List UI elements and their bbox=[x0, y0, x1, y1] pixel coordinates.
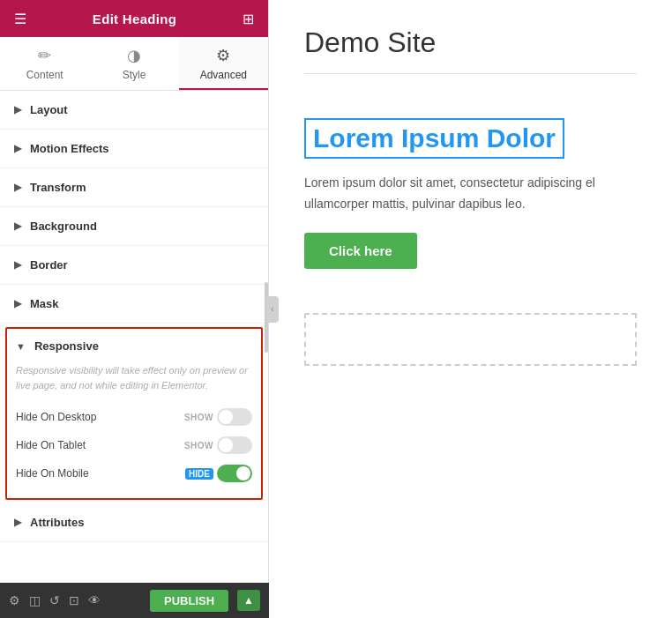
tablet-show-label: SHOW bbox=[184, 441, 213, 450]
hide-mobile-label: Hide On Mobile bbox=[16, 467, 89, 480]
tab-advanced[interactable]: ⚙ Advanced bbox=[179, 37, 268, 90]
preview-area: Demo Site Lorem Ipsum Dolor Lorem ipsum … bbox=[269, 0, 672, 618]
transform-arrow-icon: ▶ bbox=[14, 182, 21, 193]
section-mask[interactable]: ▶ Mask bbox=[0, 285, 268, 324]
tablet-toggle-wrapper: SHOW bbox=[184, 436, 252, 454]
publish-arrow-button[interactable]: ▲ bbox=[237, 590, 260, 611]
mask-label: Mask bbox=[30, 297, 59, 310]
hamburger-icon[interactable]: ☰ bbox=[14, 11, 26, 27]
section-motion-effects[interactable]: ▶ Motion Effects bbox=[0, 130, 268, 168]
panel-title: Edit Heading bbox=[93, 11, 176, 26]
site-title: Demo Site bbox=[304, 26, 637, 74]
layers-bottom-icon[interactable]: ◫ bbox=[29, 593, 41, 607]
preview-dashed-box bbox=[304, 313, 637, 366]
responsive-note: Responsive visibility will take effect o… bbox=[16, 363, 252, 392]
mobile-knob bbox=[236, 466, 250, 480]
tab-advanced-label: Advanced bbox=[200, 69, 247, 81]
responsive-section: ▼ Responsive Responsive visibility will … bbox=[5, 327, 263, 500]
layout-arrow-icon: ▶ bbox=[14, 104, 21, 115]
mobile-hide-label: HIDE bbox=[185, 468, 213, 480]
tab-content-label: Content bbox=[26, 69, 63, 81]
background-label: Background bbox=[30, 220, 97, 233]
preview-text: Lorem ipsum dolor sit amet, consectetur … bbox=[304, 173, 637, 215]
panel-scroll: ▶ Layout ▶ Motion Effects ▶ Transform ▶ … bbox=[0, 91, 268, 618]
desktop-toggle-wrapper: SHOW bbox=[184, 408, 252, 426]
right-panel: Demo Site Lorem Ipsum Dolor Lorem ipsum … bbox=[269, 0, 672, 618]
mask-arrow-icon: ▶ bbox=[14, 298, 21, 309]
section-background[interactable]: ▶ Background bbox=[0, 207, 268, 246]
content-tab-icon: ✏ bbox=[38, 46, 51, 65]
preview-section: Lorem Ipsum Dolor Lorem ipsum dolor sit … bbox=[304, 92, 637, 295]
collapse-handle[interactable]: ‹ bbox=[266, 296, 279, 323]
tab-style-label: Style bbox=[123, 69, 146, 81]
tab-style[interactable]: ◑ Style bbox=[89, 37, 178, 90]
border-label: Border bbox=[30, 258, 68, 272]
mobile-toggle-wrapper: HIDE bbox=[185, 465, 252, 482]
attributes-label: Attributes bbox=[30, 516, 84, 529]
responsive-label: Responsive bbox=[34, 339, 99, 353]
responsive-bottom-icon[interactable]: ⊡ bbox=[69, 593, 79, 607]
eye-bottom-icon[interactable]: 👁 bbox=[88, 593, 101, 607]
desktop-toggle[interactable] bbox=[217, 408, 252, 426]
tablet-knob bbox=[219, 438, 233, 452]
desktop-show-label: SHOW bbox=[184, 413, 213, 422]
motion-label: Motion Effects bbox=[30, 142, 109, 155]
motion-arrow-icon: ▶ bbox=[14, 143, 21, 154]
background-arrow-icon: ▶ bbox=[14, 220, 21, 232]
toggle-row-desktop: Hide On Desktop SHOW bbox=[16, 403, 252, 431]
section-border[interactable]: ▶ Border bbox=[0, 246, 268, 285]
attributes-arrow-icon: ▶ bbox=[14, 517, 21, 528]
tablet-toggle[interactable] bbox=[217, 436, 252, 454]
grid-icon[interactable]: ⊞ bbox=[243, 11, 254, 27]
style-tab-icon: ◑ bbox=[127, 46, 141, 65]
tabs-bar: ✏ Content ◑ Style ⚙ Advanced bbox=[0, 37, 268, 91]
responsive-arrow-icon: ▼ bbox=[16, 341, 26, 352]
panel-header: ☰ Edit Heading ⊞ bbox=[0, 0, 268, 37]
desktop-knob bbox=[219, 410, 233, 424]
hide-tablet-label: Hide On Tablet bbox=[16, 439, 86, 451]
toggle-row-tablet: Hide On Tablet SHOW bbox=[16, 431, 252, 459]
section-layout[interactable]: ▶ Layout bbox=[0, 91, 268, 130]
layout-label: Layout bbox=[30, 103, 68, 116]
transform-label: Transform bbox=[30, 181, 86, 194]
border-arrow-icon: ▶ bbox=[14, 259, 21, 271]
undo-bottom-icon[interactable]: ↺ bbox=[49, 593, 60, 607]
section-attributes[interactable]: ▶ Attributes bbox=[0, 503, 268, 542]
click-here-button[interactable]: Click here bbox=[304, 233, 417, 269]
toggle-row-mobile: Hide On Mobile HIDE bbox=[16, 459, 252, 488]
left-panel: ☰ Edit Heading ⊞ ✏ Content ◑ Style ⚙ Adv… bbox=[0, 0, 269, 618]
tab-content[interactable]: ✏ Content bbox=[0, 37, 89, 90]
preview-heading: Lorem Ipsum Dolor bbox=[304, 118, 564, 159]
settings-bottom-icon[interactable]: ⚙ bbox=[9, 593, 20, 607]
bottom-bar: ⚙ ◫ ↺ ⊡ 👁 PUBLISH ▲ bbox=[0, 583, 269, 618]
hide-desktop-label: Hide On Desktop bbox=[16, 411, 96, 423]
responsive-body: Responsive visibility will take effect o… bbox=[7, 363, 261, 498]
mobile-toggle[interactable] bbox=[217, 465, 252, 482]
advanced-tab-icon: ⚙ bbox=[216, 46, 230, 65]
publish-button[interactable]: PUBLISH bbox=[150, 590, 228, 612]
responsive-header[interactable]: ▼ Responsive bbox=[7, 329, 261, 363]
section-transform[interactable]: ▶ Transform bbox=[0, 168, 268, 207]
